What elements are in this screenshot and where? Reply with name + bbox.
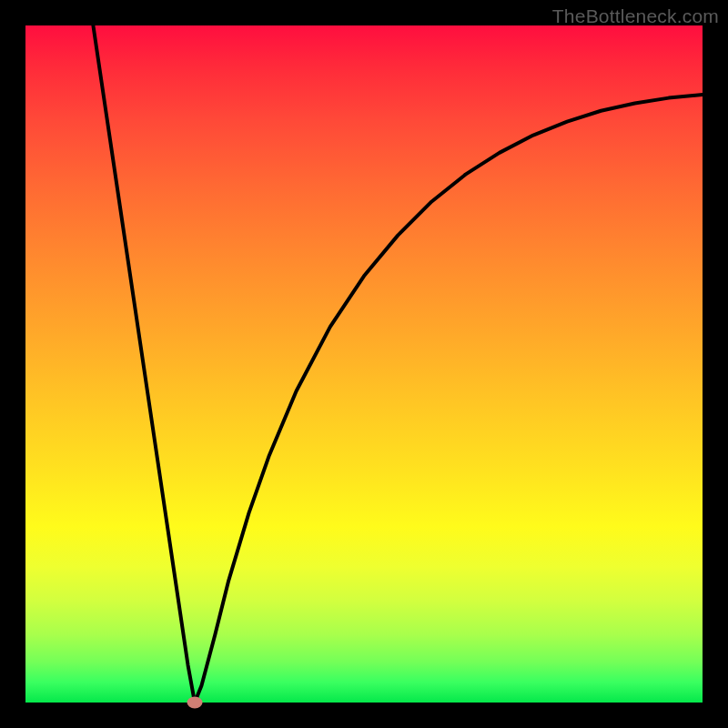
optimal-point-marker xyxy=(187,697,203,709)
curve-path xyxy=(93,25,703,703)
watermark-text: TheBottleneck.com xyxy=(552,5,719,27)
chart-container: TheBottleneck.com xyxy=(0,0,728,728)
bottleneck-curve xyxy=(25,25,703,703)
plot-area xyxy=(25,25,703,703)
